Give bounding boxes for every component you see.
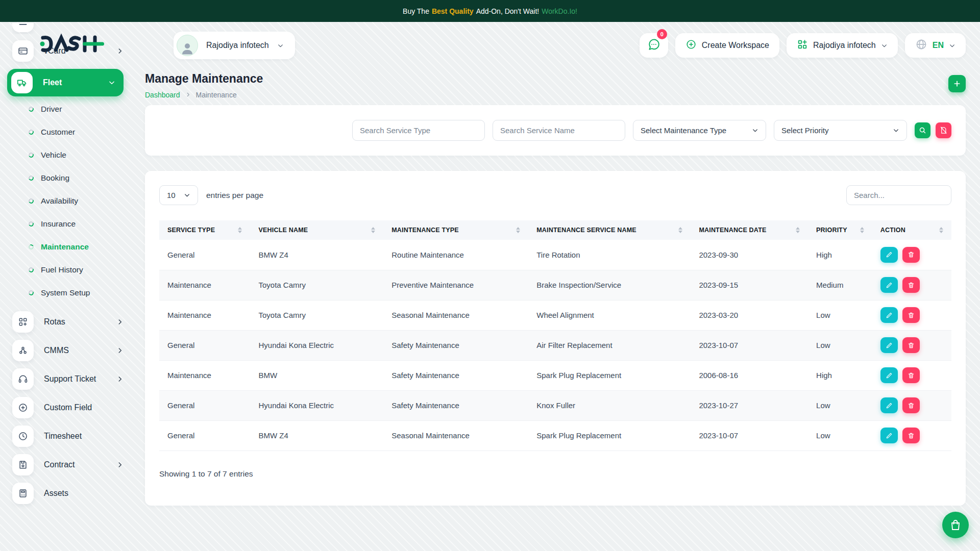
entries-per-page-select[interactable]: 10	[159, 185, 198, 205]
edit-button[interactable]	[880, 367, 898, 383]
chevron-right-icon	[116, 47, 124, 55]
edit-button[interactable]	[880, 247, 898, 263]
delete-button[interactable]	[902, 247, 920, 263]
cell-maintenance-type: Seasonal Maintenance	[383, 420, 528, 450]
create-workspace-label: Create Workspace	[702, 41, 769, 50]
workspace-user-name: Rajodiya infotech	[206, 41, 269, 50]
pencil-icon	[886, 251, 893, 258]
buy-addon-fab[interactable]	[942, 512, 969, 538]
delete-button[interactable]	[902, 307, 920, 323]
bullet-circle-icon	[28, 221, 35, 228]
calculator-icon	[12, 483, 34, 504]
sidebar-item-label: Support Ticket	[44, 374, 106, 384]
delete-button[interactable]	[902, 397, 920, 413]
search-icon	[919, 127, 926, 134]
cell-vehicle-name: Toyota Camry	[250, 300, 383, 330]
plus-circle-icon	[12, 397, 34, 418]
sidebar-item-support-ticket[interactable]: Support Ticket	[12, 368, 124, 390]
service-name-search-input[interactable]	[493, 120, 625, 141]
sidebar-item-label: Vehicle	[41, 151, 66, 160]
bullet-circle-icon	[28, 244, 35, 251]
priority-select[interactable]: Select Priority	[774, 120, 907, 141]
cell-service-type: Maintenance	[159, 270, 250, 300]
col-header-vehicle-name[interactable]: VEHICLE NAME	[250, 220, 383, 240]
top-header: Rajodiya infotech 0 Crea	[145, 22, 966, 69]
table-search-input[interactable]	[846, 185, 951, 205]
sidebar-item-assets[interactable]: Assets	[12, 483, 124, 504]
edit-button[interactable]	[880, 337, 898, 353]
trash-icon	[908, 251, 915, 258]
pencil-icon	[886, 282, 893, 289]
chat-icon	[647, 38, 660, 53]
cell-date: 2023-10-07	[691, 330, 808, 360]
edit-button[interactable]	[880, 397, 898, 413]
delete-button[interactable]	[902, 337, 920, 353]
col-header-service-type[interactable]: SERVICE TYPE	[159, 220, 250, 240]
cell-maintenance-type: Seasonal Maintenance	[383, 300, 528, 330]
sidebar-item-cmms[interactable]: CMMS	[12, 340, 124, 361]
chevron-right-icon	[116, 318, 124, 325]
sidebar-item-fuel-history[interactable]: Fuel History	[29, 265, 124, 274]
promo-text-highlight: Best Quality	[432, 7, 474, 15]
sidebar-item-timesheet[interactable]: Timesheet	[12, 425, 124, 447]
sidebar-item-label: Contract	[44, 460, 106, 469]
delete-button[interactable]	[902, 367, 920, 383]
trash-icon	[908, 372, 915, 379]
user-workspace-dropdown[interactable]: Rajodiya infotech	[174, 32, 295, 59]
messages-button[interactable]: 0	[640, 33, 668, 58]
pencil-icon	[886, 312, 893, 319]
cell-service-name: Knox Fuller	[528, 390, 691, 420]
sidebar-item-rotas[interactable]: Rotas	[12, 311, 124, 333]
col-header-action[interactable]: ACTION	[872, 220, 951, 240]
sort-icon	[516, 227, 520, 233]
delete-button[interactable]	[902, 428, 920, 443]
sidebar-item-customer[interactable]: Customer	[29, 128, 124, 137]
company-dropdown[interactable]: Rajodiya infotech	[787, 33, 898, 58]
delete-button[interactable]	[902, 277, 920, 293]
cell-service-type: General	[159, 240, 250, 270]
breadcrumb-dashboard[interactable]: Dashboard	[145, 91, 180, 99]
edit-button[interactable]	[880, 277, 898, 293]
service-type-search-input[interactable]	[352, 120, 485, 141]
clear-filter-button[interactable]	[936, 122, 951, 138]
pencil-icon	[886, 372, 893, 379]
col-header-maintenance-type[interactable]: MAINTENANCE TYPE	[383, 220, 528, 240]
cell-service-type: General	[159, 420, 250, 450]
sidebar-item-availability[interactable]: Availability	[29, 196, 124, 206]
edit-button[interactable]	[880, 307, 898, 323]
sidebar-item-booking[interactable]: Booking	[29, 173, 124, 183]
cell-service-type: Maintenance	[159, 300, 250, 330]
sidebar-item-clipped[interactable]	[12, 23, 124, 34]
add-maintenance-button[interactable]	[948, 75, 966, 92]
promo-link[interactable]: WorkDo.Io!	[542, 7, 577, 15]
sidebar-item-contract[interactable]: Contract	[12, 454, 124, 475]
apply-filter-button[interactable]	[915, 122, 930, 138]
truck-icon	[11, 72, 33, 93]
page-title: Manage Maintenance	[145, 72, 263, 86]
sidebar-item-driver[interactable]: Driver	[29, 105, 124, 114]
file-slash-icon	[940, 127, 947, 134]
sidebar-item-system-setup[interactable]: System Setup	[29, 288, 124, 297]
chevron-down-icon	[752, 127, 758, 134]
col-header-priority[interactable]: PRIORITY	[808, 220, 872, 240]
sidebar-item-fleet[interactable]: Fleet	[7, 69, 124, 96]
cell-priority: High	[808, 240, 872, 270]
col-header-maintenance-service-name[interactable]: MAINTENANCE SERVICE NAME	[528, 220, 691, 240]
dash-logo	[39, 33, 105, 55]
maintenance-table: SERVICE TYPE VEHICLE NAME MAINTENANCE TY…	[159, 220, 951, 451]
sort-icon	[939, 227, 943, 233]
sidebar-item-insurance[interactable]: Insurance	[29, 219, 124, 229]
maintenance-type-select-value: Select Maintenance Type	[641, 126, 726, 135]
sidebar-item-maintenance[interactable]: Maintenance	[29, 242, 124, 252]
headphones-icon	[12, 368, 34, 390]
sidebar-item-vehicle[interactable]: Vehicle	[29, 151, 124, 160]
sidebar-item-custom-field[interactable]: Custom Field	[12, 397, 124, 418]
maintenance-type-select[interactable]: Select Maintenance Type	[633, 120, 766, 141]
col-header-maintenance-date[interactable]: MAINTENANCE DATE	[691, 220, 808, 240]
chevron-down-icon	[277, 42, 284, 49]
edit-button[interactable]	[880, 428, 898, 443]
language-dropdown[interactable]: EN	[905, 33, 966, 58]
company-name: Rajodiya infotech	[813, 41, 876, 50]
bullet-circle-icon	[28, 129, 35, 136]
create-workspace-button[interactable]: Create Workspace	[675, 33, 779, 58]
